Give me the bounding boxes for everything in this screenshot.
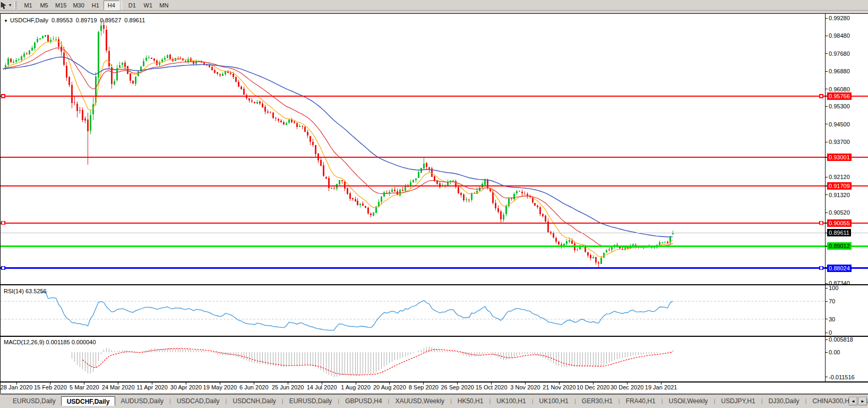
date-axis-label: 21 Nov 2020: [543, 384, 575, 390]
price-tick-0.99280: 0.99280: [827, 14, 852, 22]
price-tick-0.96880: 0.96880: [827, 67, 852, 75]
symbol-tab-uk100[interactable]: UK100,H1: [534, 396, 574, 406]
date-axis-label: 5 Mar 2020: [70, 384, 99, 390]
timeframe-button-m15[interactable]: M15: [52, 1, 70, 10]
rsi-axis-0: 0: [827, 329, 833, 336]
toolbar-divider: [122, 1, 122, 10]
timeframe-button-m30[interactable]: M30: [70, 1, 87, 10]
symbol-tab-audusd[interactable]: AUDUSD,Daily: [115, 396, 169, 406]
date-axis-label: 10 Dec 2020: [577, 384, 609, 390]
timeframe-button-m5[interactable]: M5: [36, 1, 52, 10]
ohlc-high: 0.89719: [76, 17, 97, 23]
date-axis-label: 3 Nov 2020: [510, 384, 540, 390]
rsi-value: 63.5256: [25, 288, 47, 294]
macd-indicator-label: MACD(12,26,9) 0.001185 0.000040: [4, 339, 96, 345]
date-axis-label: 14 Jul 2020: [307, 384, 337, 390]
symbol-tab-fra40[interactable]: FRA40,H1: [621, 396, 661, 406]
timeframe-button-d1[interactable]: D1: [124, 1, 140, 10]
symbol-tab-xauusd[interactable]: XAUUSD,Weekly: [390, 396, 449, 406]
macd-axis-top: 0.005818: [827, 336, 855, 343]
symbol-tab-hk50[interactable]: HK50,H1: [452, 396, 489, 406]
symbol-tab-usdcad[interactable]: USDCAD,Daily: [171, 396, 225, 406]
price-tick-0.91320: 0.91320: [827, 191, 852, 199]
symbol-tab-uk100[interactable]: UK100,H1: [491, 396, 531, 406]
symbol-tab-eurusd[interactable]: EURUSD,Daily: [7, 396, 61, 406]
timeframe-button-mn[interactable]: MN: [156, 1, 172, 10]
ohlc-low: 0.89527: [100, 17, 122, 23]
chart-tool-button[interactable]: ▾: [0, 0, 13, 11]
symbol-tab-eurusd[interactable]: EURUSD,Daily: [284, 396, 338, 406]
ohlc-close: 0.89611: [124, 17, 145, 23]
toolbar-grip-handle[interactable]: [14, 2, 17, 9]
date-axis-label: 1 Aug 2020: [341, 384, 371, 390]
price-tick-0.92120: 0.92120: [827, 173, 852, 181]
price-level-label-0.95766: 0.95766: [827, 92, 852, 100]
date-axis-label: 8 Sep 2020: [409, 384, 439, 390]
rsi-axis-30: 30: [827, 316, 837, 323]
date-axis-label: 19 May 2020: [203, 384, 237, 390]
date-axis-label: 28 Jan 2020: [1, 384, 33, 390]
date-axis-label: 6 Jun 2020: [239, 384, 268, 390]
price-tick-0.96080: 0.96080: [827, 86, 852, 93]
date-axis-label: 30 Apr 2020: [170, 384, 202, 390]
price-level-label-0.89012: 0.89012: [827, 242, 852, 250]
symbol-tab-gbpusd[interactable]: GBPUSD,H4: [340, 396, 387, 406]
price-level-label-0.90055: 0.90055: [827, 219, 852, 227]
macd-axis-bottom: -0.011516: [827, 373, 856, 381]
chart-title: ▼USDCHF,Daily0.895530.897190.895270.8961…: [4, 17, 145, 23]
timeframe-button-m1[interactable]: M1: [20, 1, 36, 10]
tab-scroll-right-button[interactable]: ►: [858, 397, 867, 405]
macd-axis-zero: 0.00: [827, 348, 841, 356]
symbol-tab-usoil[interactable]: USOil,Weekly: [664, 396, 714, 406]
symbol-tab-dj30[interactable]: DJ30,Daily: [763, 396, 805, 406]
symbol-tab-usdchf[interactable]: USDCHF,Daily: [61, 396, 116, 406]
price-tick-0.98480: 0.98480: [827, 32, 852, 39]
price-tick-0.93700: 0.93700: [827, 138, 852, 146]
date-axis-label: 24 Mar 2020: [102, 384, 135, 390]
price-tick-0.94500: 0.94500: [827, 121, 852, 128]
price-tick-0.95300: 0.95300: [827, 103, 852, 110]
date-axis-label: 30 Dec 2020: [611, 384, 643, 390]
chart-cursor-tool-icon: [0, 2, 7, 9]
price-level-label-0.88024: 0.88024: [827, 265, 852, 272]
tab-scroll-left-button[interactable]: ◄: [849, 397, 857, 405]
window-menu-caret-icon[interactable]: ▼: [4, 19, 8, 23]
price-tick-0.97680: 0.97680: [827, 50, 852, 57]
symbol-tab-ger30[interactable]: GER30,H1: [577, 396, 618, 406]
date-axis-label: 15 Feb 2020: [34, 384, 67, 390]
rsi-axis-70: 70: [827, 298, 837, 305]
date-axis-label: 20 Aug 2020: [373, 384, 406, 390]
date-axis-label: 15 Oct 2020: [476, 384, 508, 390]
price-level-label-0.91709: 0.91709: [827, 182, 852, 190]
price-level-label-0.89611: 0.89611: [827, 229, 851, 236]
chart-window: ▼USDCHF,Daily0.895530.897190.895270.8961…: [0, 13, 868, 394]
date-axis-label: 11 Apr 2020: [136, 384, 168, 390]
macd-value-main: 0.001185: [46, 339, 70, 345]
symbol-tab-usdjpy[interactable]: USDJPY,H1: [716, 396, 760, 406]
price-tick-0.90520: 0.90520: [827, 209, 852, 216]
rsi-axis-100: 100: [827, 284, 840, 292]
date-axis-label: 19 Jan 2021: [645, 384, 677, 390]
timeframe-button-w1[interactable]: W1: [140, 1, 156, 10]
timeframe-toolbar: ▾ M1M5M15M30H1H4D1W1MN: [0, 0, 868, 11]
chart-plot-area[interactable]: [1, 14, 868, 394]
macd-value-signal: 0.000040: [72, 339, 96, 345]
timeframe-button-h1[interactable]: H1: [88, 1, 104, 10]
symbol-tab-usdcnh[interactable]: USDCNH,Daily: [227, 396, 281, 406]
date-axis-label: 25 Jun 2020: [272, 384, 304, 390]
price-level-label-0.93001: 0.93001: [827, 154, 852, 161]
symbol-tab-bar: EURUSD,DailyUSDCHF,DailyAUDUSD,Daily|USD…: [0, 395, 868, 406]
date-axis-label: 26 Sep 2020: [441, 384, 474, 390]
timeframe-button-h4[interactable]: H4: [104, 1, 119, 10]
rsi-indicator-label: RSI(14) 63.5256: [4, 288, 47, 294]
chevron-down-icon[interactable]: ▾: [9, 3, 11, 7]
symbol-period-label: USDCHF,Daily: [10, 17, 48, 23]
ohlc-open: 0.89553: [51, 17, 73, 23]
